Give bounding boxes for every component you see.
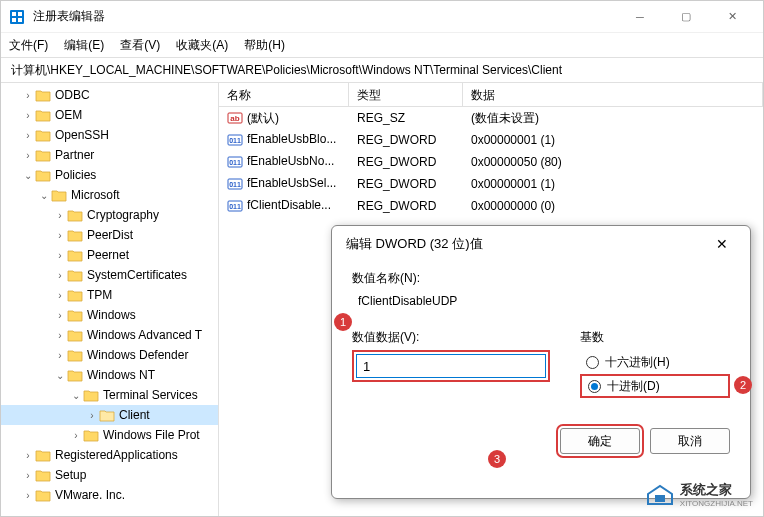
value-name-field: fClientDisableUDP	[352, 291, 730, 315]
tree-item[interactable]: ›TPM	[1, 285, 218, 305]
cell-type: REG_DWORD	[349, 197, 463, 215]
cell-type: REG_DWORD	[349, 175, 463, 193]
chevron-icon[interactable]: ⌄	[53, 370, 67, 381]
tree-label: Client	[119, 408, 150, 422]
minimize-button[interactable]: ─	[617, 1, 663, 33]
menu-view[interactable]: 查看(V)	[120, 37, 160, 54]
cell-data: 0x00000001 (1)	[463, 175, 763, 193]
cell-data: 0x00000001 (1)	[463, 131, 763, 149]
tree-label: Setup	[55, 468, 86, 482]
tree-item[interactable]: ›RegisteredApplications	[1, 445, 218, 465]
tree-item[interactable]: ›SystemCertificates	[1, 265, 218, 285]
chevron-icon[interactable]: ›	[21, 450, 35, 461]
tree-item[interactable]: ›Windows File Prot	[1, 425, 218, 445]
svg-text:011: 011	[229, 137, 241, 144]
tree-label: Windows Defender	[87, 348, 188, 362]
tree-item[interactable]: ›Client	[1, 405, 218, 425]
cancel-button[interactable]: 取消	[650, 428, 730, 454]
chevron-icon[interactable]: ›	[53, 310, 67, 321]
tree-item[interactable]: ⌄Microsoft	[1, 185, 218, 205]
radio-hex[interactable]: 十六进制(H)	[580, 350, 730, 374]
cell-type: REG_DWORD	[349, 131, 463, 149]
tree-label: OEM	[55, 108, 82, 122]
list-row[interactable]: 011fEnableUsbNo... REG_DWORD 0x00000050 …	[219, 151, 763, 173]
address-bar[interactable]: 计算机\HKEY_LOCAL_MACHINE\SOFTWARE\Policies…	[1, 57, 763, 83]
chevron-icon[interactable]: ›	[21, 130, 35, 141]
list-row[interactable]: 011fEnableUsbSel... REG_DWORD 0x00000001…	[219, 173, 763, 195]
chevron-icon[interactable]: ⌄	[69, 390, 83, 401]
chevron-icon[interactable]: ›	[69, 430, 83, 441]
menubar: 文件(F) 编辑(E) 查看(V) 收藏夹(A) 帮助(H)	[1, 33, 763, 57]
tree-label: Windows File Prot	[103, 428, 200, 442]
cell-data: 0x00000000 (0)	[463, 197, 763, 215]
chevron-icon[interactable]: ›	[21, 490, 35, 501]
col-header-type[interactable]: 类型	[349, 83, 463, 106]
tree-panel[interactable]: ›ODBC›OEM›OpenSSH›Partner⌄Policies⌄Micro…	[1, 83, 219, 516]
tree-label: TPM	[87, 288, 112, 302]
radio-dec[interactable]: 十进制(D)	[580, 374, 730, 398]
cell-name: 011fEnableUsbBlo...	[219, 130, 349, 150]
chevron-icon[interactable]: ›	[21, 110, 35, 121]
tree-item[interactable]: ⌄Windows NT	[1, 365, 218, 385]
tree-item[interactable]: ›Windows	[1, 305, 218, 325]
watermark-logo-icon	[646, 484, 674, 506]
svg-rect-3	[12, 18, 16, 22]
chevron-icon[interactable]: ›	[53, 230, 67, 241]
ok-button[interactable]: 确定	[560, 428, 640, 454]
close-button[interactable]: ✕	[709, 1, 755, 33]
svg-rect-15	[655, 495, 665, 502]
tree-item[interactable]: ›PeerDist	[1, 225, 218, 245]
dialog-close-button[interactable]: ✕	[708, 232, 736, 256]
chevron-icon[interactable]: ›	[53, 290, 67, 301]
chevron-icon[interactable]: ›	[53, 330, 67, 341]
svg-text:011: 011	[229, 203, 241, 210]
value-data-label: 数值数据(V):	[352, 329, 550, 346]
col-header-data[interactable]: 数据	[463, 83, 763, 106]
list-row[interactable]: 011fClientDisable... REG_DWORD 0x0000000…	[219, 195, 763, 217]
tree-item[interactable]: ›Cryptography	[1, 205, 218, 225]
menu-favorites[interactable]: 收藏夹(A)	[176, 37, 228, 54]
tree-item[interactable]: ⌄Policies	[1, 165, 218, 185]
list-row[interactable]: 011fEnableUsbBlo... REG_DWORD 0x00000001…	[219, 129, 763, 151]
menu-help[interactable]: 帮助(H)	[244, 37, 285, 54]
tree-label: Policies	[55, 168, 96, 182]
tree-item[interactable]: ›Windows Advanced T	[1, 325, 218, 345]
tree-item[interactable]: ›Partner	[1, 145, 218, 165]
chevron-icon[interactable]: ›	[21, 90, 35, 101]
base-label: 基数	[580, 329, 730, 346]
tree-label: Cryptography	[87, 208, 159, 222]
maximize-button[interactable]: ▢	[663, 1, 709, 33]
menu-edit[interactable]: 编辑(E)	[64, 37, 104, 54]
radio-hex-circle	[586, 356, 599, 369]
tree-item[interactable]: ⌄Terminal Services	[1, 385, 218, 405]
tree-item[interactable]: ›OEM	[1, 105, 218, 125]
col-header-name[interactable]: 名称	[219, 83, 349, 106]
tree-item[interactable]: ›VMware. Inc.	[1, 485, 218, 505]
chevron-icon[interactable]: ›	[21, 150, 35, 161]
tree-label: Terminal Services	[103, 388, 198, 402]
tree-item[interactable]: ›ODBC	[1, 85, 218, 105]
tree-item[interactable]: ›Peernet	[1, 245, 218, 265]
value-data-input[interactable]	[356, 354, 546, 378]
chevron-icon[interactable]: ›	[53, 250, 67, 261]
tree-item[interactable]: ›Setup	[1, 465, 218, 485]
cell-type: REG_DWORD	[349, 153, 463, 171]
chevron-icon[interactable]: ›	[85, 410, 99, 421]
edit-dword-dialog: 编辑 DWORD (32 位)值 ✕ 数值名称(N): fClientDisab…	[331, 225, 751, 499]
svg-rect-2	[18, 12, 22, 16]
chevron-icon[interactable]: ›	[21, 470, 35, 481]
chevron-icon[interactable]: ›	[53, 270, 67, 281]
chevron-icon[interactable]: ›	[53, 210, 67, 221]
badge-2: 2	[734, 376, 752, 394]
chevron-icon[interactable]: ⌄	[21, 170, 35, 181]
menu-file[interactable]: 文件(F)	[9, 37, 48, 54]
list-row[interactable]: ab(默认) REG_SZ (数值未设置)	[219, 107, 763, 129]
tree-item[interactable]: ›OpenSSH	[1, 125, 218, 145]
chevron-icon[interactable]: ›	[53, 350, 67, 361]
tree-label: Windows Advanced T	[87, 328, 202, 342]
chevron-icon[interactable]: ⌄	[37, 190, 51, 201]
tree-label: OpenSSH	[55, 128, 109, 142]
tree-item[interactable]: ›Windows Defender	[1, 345, 218, 365]
titlebar: 注册表编辑器 ─ ▢ ✕	[1, 1, 763, 33]
svg-text:011: 011	[229, 181, 241, 188]
